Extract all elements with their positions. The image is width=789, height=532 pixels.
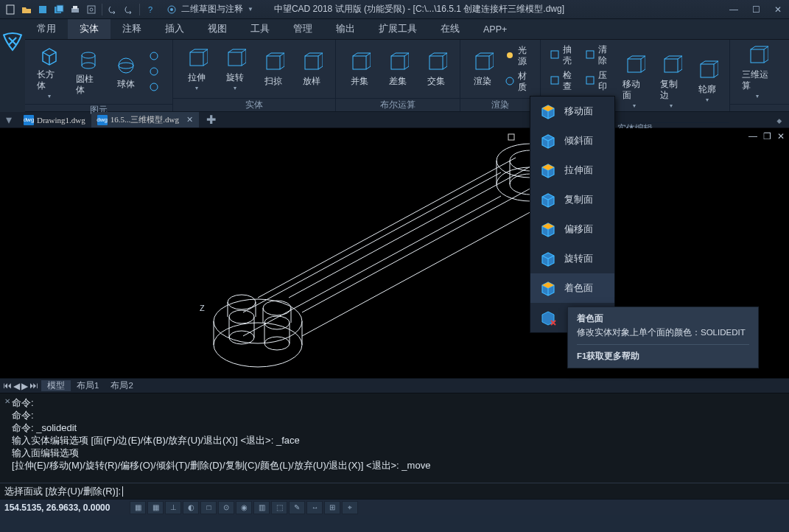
layout-tab[interactable]: 布局1 xyxy=(71,380,105,391)
ribbon-tab[interactable]: APP+ xyxy=(471,19,519,39)
dropdown-item[interactable]: 移动面 xyxy=(530,97,614,126)
ribbon-small-button[interactable]: 光源 xyxy=(502,43,534,69)
document-tab[interactable]: dwgDrawing1.dwg xyxy=(18,112,91,127)
svg-point-26 xyxy=(506,77,513,85)
ribbon-small-button[interactable] xyxy=(146,65,166,80)
layout-first-icon[interactable]: ⏮ xyxy=(3,381,12,391)
ribbon-button[interactable]: 圆柱体 xyxy=(70,47,106,97)
ribbon-button[interactable]: 移动面▾ xyxy=(617,52,651,111)
save-icon[interactable] xyxy=(37,4,49,15)
viewport-restore-icon[interactable]: ❐ xyxy=(763,131,771,141)
open-icon[interactable] xyxy=(21,4,32,15)
ribbon-tab[interactable]: 视图 xyxy=(196,19,239,39)
ribbon-button[interactable]: 渲染 xyxy=(466,49,499,88)
status-toggle[interactable]: ▥ xyxy=(253,501,270,514)
ribbon-small-button[interactable] xyxy=(146,80,166,95)
print-icon[interactable] xyxy=(69,4,81,15)
redo-icon[interactable] xyxy=(123,4,135,15)
maximize-button[interactable]: ☐ xyxy=(745,0,767,19)
command-input[interactable]: 选择面或 [放弃(U)/删除(R)]: xyxy=(0,483,789,499)
ribbon-small-button[interactable]: 检查 xyxy=(547,69,579,94)
chevron-down-icon[interactable]: ▾ xyxy=(0,113,18,127)
layout-tab[interactable]: 布局2 xyxy=(105,380,138,391)
ribbon-tab[interactable]: 工具 xyxy=(239,19,281,39)
ribbon-button[interactable]: 球体 xyxy=(109,52,143,91)
status-toggle[interactable]: ◐ xyxy=(183,501,199,514)
layout-last-icon[interactable]: ⏭ xyxy=(29,381,38,391)
saveall-icon[interactable] xyxy=(53,4,65,15)
ribbon-button[interactable]: 并集 xyxy=(342,49,377,88)
preview-icon[interactable] xyxy=(85,4,97,15)
svg-rect-21 xyxy=(353,56,366,69)
ribbon-button[interactable]: 旋转▾ xyxy=(217,46,253,93)
workspace-dropdown[interactable]: 二维草图与注释 ▼ xyxy=(161,4,259,15)
dropdown-item[interactable]: 倾斜面 xyxy=(530,126,614,155)
dropdown-item[interactable]: 着色面 xyxy=(530,273,614,303)
ribbon-button[interactable]: 复制边▾ xyxy=(654,52,688,111)
viewport-minimize-icon[interactable]: — xyxy=(748,131,757,141)
minimize-button[interactable]: — xyxy=(723,0,745,19)
svg-rect-36 xyxy=(751,49,764,63)
svg-rect-24 xyxy=(476,56,489,69)
status-toggle[interactable]: ⬚ xyxy=(271,501,287,514)
layout-tab[interactable]: 模型 xyxy=(41,380,71,391)
ribbon-tab[interactable]: 实体 xyxy=(68,19,111,39)
dropdown-item[interactable]: 偏移面 xyxy=(530,214,614,244)
svg-point-44 xyxy=(214,299,302,343)
help-icon[interactable]: ? xyxy=(144,4,156,15)
layout-prev-icon[interactable]: ◀ xyxy=(13,381,20,391)
ribbon-small-button[interactable] xyxy=(146,49,166,64)
close-button[interactable]: ✕ xyxy=(767,0,789,19)
ribbon-tab[interactable]: 管理 xyxy=(281,19,324,39)
ribbon-tab[interactable]: 在线 xyxy=(429,19,471,39)
svg-point-15 xyxy=(150,68,158,75)
command-close-icon[interactable]: ✕ xyxy=(4,395,10,407)
status-toggle[interactable]: ▦ xyxy=(130,501,146,514)
ribbon-button[interactable]: 三维运算▾ xyxy=(736,43,779,101)
status-toggle[interactable]: ⊥ xyxy=(165,501,181,514)
layout-next-icon[interactable]: ▶ xyxy=(21,381,28,391)
new-icon[interactable] xyxy=(4,4,16,15)
status-toggle[interactable]: ⌖ xyxy=(342,501,358,514)
ribbon-button[interactable]: 放样 xyxy=(294,49,329,88)
ribbon-small-button[interactable]: 压印 xyxy=(582,69,614,94)
ribbon-button[interactable]: 扫掠 xyxy=(256,49,291,88)
app-logo[interactable] xyxy=(0,19,25,63)
svg-point-9 xyxy=(170,8,173,11)
svg-rect-18 xyxy=(228,52,242,66)
status-toggle[interactable]: □ xyxy=(200,501,217,514)
dropdown-item[interactable]: 复制面 xyxy=(530,185,614,214)
ribbon-small-button[interactable]: 抽壳 xyxy=(547,43,579,68)
ribbon-button[interactable]: 拉伸▾ xyxy=(179,46,214,93)
ribbon-button[interactable]: 交集 xyxy=(418,49,454,88)
coordinates: 154.5135, 26.9633, 0.0000 xyxy=(4,503,110,513)
ribbon-tab[interactable]: 常用 xyxy=(25,19,68,39)
dropdown-item[interactable]: 旋转面 xyxy=(530,244,614,273)
svg-rect-52 xyxy=(508,134,514,140)
ribbon-tabs: 常用实体注释插入视图工具管理输出扩展工具在线APP+ ⌃ xyxy=(25,19,789,40)
status-toggle[interactable]: ↔ xyxy=(306,501,323,514)
ribbon-button[interactable]: 长方体▾ xyxy=(31,43,67,101)
ribbon-tab[interactable]: 插入 xyxy=(153,19,196,39)
status-toggle[interactable]: ✎ xyxy=(289,501,305,514)
window-title: 中望CAD 2018 试用版 (功能受限) - [C:\...\16.5.1 创… xyxy=(259,3,723,15)
status-toggle[interactable]: ⊙ xyxy=(218,501,234,514)
svg-rect-22 xyxy=(391,56,404,69)
ribbon-tab[interactable]: 扩展工具 xyxy=(367,19,429,39)
status-toggle[interactable]: ◉ xyxy=(236,501,252,514)
new-tab-button[interactable]: ✚ xyxy=(199,113,223,127)
ribbon-button[interactable]: 轮廓▾ xyxy=(691,57,723,105)
undo-icon[interactable] xyxy=(107,4,119,15)
ribbon-small-button[interactable]: 清除 xyxy=(582,43,614,68)
tab-menu-icon[interactable]: ⬥ xyxy=(770,113,789,127)
status-toggle[interactable]: ▦ xyxy=(147,501,164,514)
status-toggle[interactable]: ⊞ xyxy=(324,501,340,514)
viewport-close-icon[interactable]: ✕ xyxy=(777,131,785,141)
ribbon-tab[interactable]: 注释 xyxy=(111,19,153,39)
ribbon-button[interactable]: 曲线▾ xyxy=(782,49,789,96)
document-tab[interactable]: dwg16.5...三维模型.dwg✕ xyxy=(91,112,199,127)
dropdown-item[interactable]: 拉伸面 xyxy=(530,155,614,185)
ribbon-tab[interactable]: 输出 xyxy=(324,19,367,39)
ribbon-small-button[interactable]: 材质 xyxy=(502,69,534,94)
ribbon-button[interactable]: 差集 xyxy=(380,49,415,88)
